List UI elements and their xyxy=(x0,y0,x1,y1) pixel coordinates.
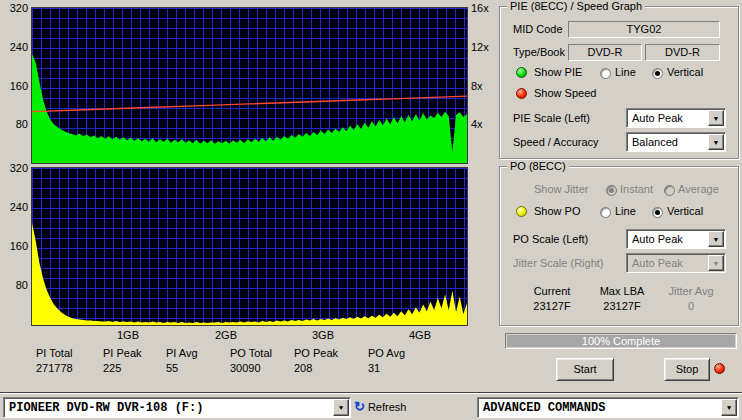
pie-y-axis-label: 160 xyxy=(2,80,28,92)
pie-scale-combo[interactable]: Auto Peak ▼ xyxy=(626,108,726,128)
pie-scale-label: PIE Scale (Left) xyxy=(513,112,590,124)
pie-speed-groupbox: PIE (8ECC) / Speed Graph MID Code TYG02 … xyxy=(499,6,739,159)
stat-pi-total: PI Total 271778 xyxy=(36,347,98,374)
jitter-instant-label: Instant xyxy=(620,183,653,195)
pie-groupbox-title: PIE (8ECC) / Speed Graph xyxy=(507,0,645,12)
stat-value: 271778 xyxy=(36,362,98,374)
pie-chart-svg xyxy=(32,8,467,163)
po-scale-combo[interactable]: Auto Peak ▼ xyxy=(626,229,726,249)
mid-code-field: TYG02 xyxy=(568,21,720,38)
stat-po-avg: PO Avg 31 xyxy=(368,347,430,374)
chevron-down-icon[interactable]: ▼ xyxy=(708,110,724,126)
show-pie-label: Show PIE xyxy=(534,66,582,78)
busy-led xyxy=(714,363,725,374)
current-value: 23127F xyxy=(522,300,582,312)
stat-value: 31 xyxy=(368,362,430,374)
show-po-label: Show PO xyxy=(534,205,580,217)
jitter-average-radio xyxy=(664,185,675,196)
stop-button[interactable]: Stop xyxy=(664,358,710,381)
pie-vertical-radio[interactable] xyxy=(652,68,663,79)
stat-label: PI Total xyxy=(36,347,98,361)
po-y-axis-label: 320 xyxy=(2,162,28,174)
stat-value: 30090 xyxy=(230,362,292,374)
pie-line-radio[interactable] xyxy=(600,68,611,79)
po-vertical-label[interactable]: Vertical xyxy=(667,205,703,217)
refresh-label: Refresh xyxy=(368,401,407,413)
book-field: DVD-R xyxy=(645,44,720,61)
po-y-axis-label: 160 xyxy=(2,240,28,252)
show-jitter-label: Show Jitter xyxy=(534,183,588,195)
jitter-scale-combo: Auto Peak ▼ xyxy=(626,253,726,273)
gb-axis-label: 2GB xyxy=(211,329,241,341)
jitter-instant-radio xyxy=(606,185,617,196)
speed-accuracy-value: Balanced xyxy=(632,136,678,148)
start-button[interactable]: Start xyxy=(556,358,614,381)
bottom-bar: PIONEER DVD-RW DVR-108 (F:) ▼ ↻Refresh A… xyxy=(0,392,742,420)
stat-label: PO Peak xyxy=(294,347,356,361)
jitter-average-label: Average xyxy=(678,183,719,195)
pie-y-axis-label: 320 xyxy=(2,2,28,14)
chevron-down-icon[interactable]: ▼ xyxy=(333,399,349,416)
chevron-down-icon: ▼ xyxy=(708,255,724,271)
mid-code-label: MID Code xyxy=(513,23,563,35)
progress-text: 100% Complete xyxy=(506,335,736,347)
po-line-radio[interactable] xyxy=(600,207,611,218)
speed-accuracy-combo[interactable]: Balanced ▼ xyxy=(626,132,726,152)
chevron-down-icon[interactable]: ▼ xyxy=(708,134,724,150)
stat-value: 208 xyxy=(294,362,356,374)
stat-value: 55 xyxy=(166,362,228,374)
stat-label: PO Total xyxy=(230,347,292,361)
pie-speed-graph xyxy=(31,7,468,164)
po-vertical-radio[interactable] xyxy=(652,207,663,218)
pie-scale-value: Auto Peak xyxy=(632,112,683,124)
disc-quality-scan-window: 320 240 160 80 16x 12x 8x 4x 320 240 160… xyxy=(0,0,742,420)
refresh-button[interactable]: ↻Refresh xyxy=(354,399,406,414)
stat-po-peak: PO Peak 208 xyxy=(294,347,356,374)
jitter-avg-label: Jitter Avg xyxy=(660,285,722,297)
po-line-label[interactable]: Line xyxy=(615,205,636,217)
show-po-led[interactable] xyxy=(516,206,527,217)
type-book-label: Type/Book xyxy=(513,46,565,58)
pie-vertical-label[interactable]: Vertical xyxy=(667,66,703,78)
commands-combo[interactable]: ADVANCED COMMANDS ▼ xyxy=(477,397,739,418)
speed-axis-label: 8x xyxy=(471,80,497,92)
type-field: DVD-R xyxy=(568,44,642,61)
max-lba-value: 23127F xyxy=(592,300,652,312)
jitter-scale-value: Auto Peak xyxy=(632,257,683,269)
show-pie-led[interactable] xyxy=(516,67,527,78)
pie-line-label[interactable]: Line xyxy=(615,66,636,78)
stat-value: 225 xyxy=(103,362,165,374)
pie-y-axis-label: 240 xyxy=(2,41,28,53)
stat-pi-peak: PI Peak 225 xyxy=(103,347,165,374)
max-lba-label: Max LBA xyxy=(592,285,652,297)
chevron-down-icon[interactable]: ▼ xyxy=(721,399,737,416)
speed-accuracy-label: Speed / Accuracy xyxy=(513,136,599,148)
stat-label: PI Avg xyxy=(166,347,228,361)
refresh-icon: ↻ xyxy=(354,399,365,414)
po-y-axis-label: 240 xyxy=(2,201,28,213)
gb-axis-label: 1GB xyxy=(113,329,143,341)
stat-po-total: PO Total 30090 xyxy=(230,347,292,374)
stat-label: PI Peak xyxy=(103,347,165,361)
current-label: Current xyxy=(522,285,582,297)
drive-select-combo[interactable]: PIONEER DVD-RW DVR-108 (F:) ▼ xyxy=(3,397,351,418)
po-groupbox-title: PO (8ECC) xyxy=(507,160,569,172)
speed-axis-label: 12x xyxy=(471,41,497,53)
jitter-avg-value: 0 xyxy=(660,300,722,312)
jitter-scale-label: Jitter Scale (Right) xyxy=(513,257,603,269)
speed-axis-label: 16x xyxy=(471,2,497,14)
show-speed-led[interactable] xyxy=(516,88,527,99)
speed-axis-label: 4x xyxy=(471,118,497,130)
drive-select-value: PIONEER DVD-RW DVR-108 (F:) xyxy=(9,401,203,415)
po-scale-label: PO Scale (Left) xyxy=(513,233,588,245)
po-scale-value: Auto Peak xyxy=(632,233,683,245)
gb-axis-label: 3GB xyxy=(308,329,338,341)
po-graph xyxy=(31,167,468,326)
gb-axis-label: 4GB xyxy=(405,329,435,341)
chevron-down-icon[interactable]: ▼ xyxy=(708,231,724,247)
pie-y-axis-label: 80 xyxy=(2,118,28,130)
stat-label: PO Avg xyxy=(368,347,430,361)
po-chart-svg xyxy=(32,168,467,325)
show-speed-label: Show Speed xyxy=(534,87,596,99)
stat-pi-avg: PI Avg 55 xyxy=(166,347,228,374)
